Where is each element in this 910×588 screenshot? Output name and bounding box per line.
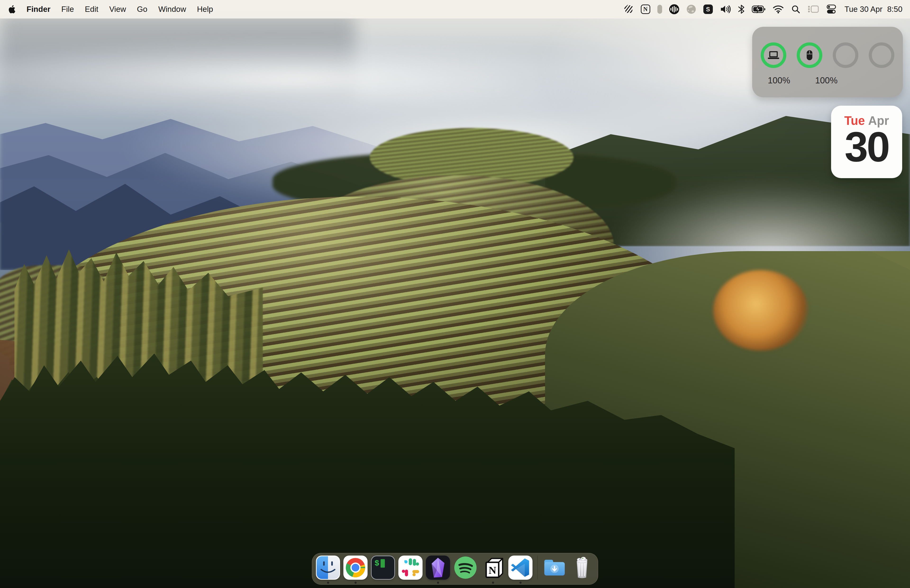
menu-item-window[interactable]: Window [158,5,186,14]
running-indicator [492,582,494,584]
menu-item-help[interactable]: Help [197,5,213,14]
running-indicator [437,582,439,584]
spotlight-icon[interactable] [791,4,800,15]
laptop-battery-ring [761,42,786,68]
audio-waveform-icon[interactable] [669,4,679,14]
dock-chrome[interactable] [343,556,368,580]
menu-item-edit[interactable]: Edit [85,5,99,14]
chrome-icon [343,556,368,580]
dock-notion[interactable]: N [481,556,505,580]
spotify-icon [453,556,477,580]
svg-text:N: N [489,564,496,576]
menu-bar-clock[interactable]: Tue 30 Apr 8:50 [845,5,902,14]
calendar-widget[interactable]: Tue Apr 30 [831,106,902,178]
dock-obsidian[interactable] [426,556,450,580]
apple-menu-icon[interactable] [8,5,16,14]
dock-vscode[interactable] [508,556,532,580]
stage-manager-icon[interactable] [808,4,819,15]
dock-separator [537,556,538,580]
notion-icon: N [481,556,505,580]
striped-app-icon[interactable] [624,4,634,15]
active-app-menu[interactable]: Finder [27,5,50,14]
dock-slack[interactable] [398,556,422,580]
vscode-icon [508,556,532,580]
obsidian-icon [426,556,450,580]
battery-widget[interactable]: 100% 100% [752,27,903,97]
battery-charging-icon[interactable] [752,4,765,15]
empty-battery-ring [869,42,894,68]
volume-icon[interactable] [720,4,731,15]
finder-icon [316,556,340,580]
s-app-icon[interactable]: S [703,5,713,14]
dock-finder[interactable] [316,556,340,580]
globe-icon[interactable] [686,4,696,15]
running-indicator [327,582,329,584]
slack-icon [398,556,422,580]
menu-bar-status-area: N S Tue 30 Apr 8:50 [624,4,902,15]
trash-full-icon [570,556,594,580]
menu-item-file[interactable]: File [61,5,74,14]
downloads-folder-icon [542,556,567,580]
mouse-icon [806,50,813,61]
laptop-battery-level: 100% [766,76,792,86]
mouse-battery-level: 100% [813,76,839,86]
notion-menubar-icon[interactable]: N [641,5,650,14]
dock: $ [312,553,598,585]
control-center-icon[interactable] [826,4,837,15]
mouse-battery-ring [797,42,822,68]
menu-bar: Finder File Edit View Go Window Help N S [0,0,910,18]
menu-item-view[interactable]: View [109,5,126,14]
menu-bar-left: Finder File Edit View Go Window Help [8,5,213,14]
menu-item-go[interactable]: Go [137,5,147,14]
battery-labels: 100% 100% [752,76,903,86]
dock-terminal[interactable]: $ [371,556,395,580]
battery-rings [752,42,903,68]
mouse-battery-icon[interactable] [657,4,662,15]
laptop-icon [767,50,780,60]
running-indicator [354,582,357,584]
wifi-icon[interactable] [773,4,784,15]
dock-trash[interactable] [570,556,594,580]
wallpaper-autumn-tree [713,270,808,351]
running-indicator [519,582,522,584]
dock-downloads[interactable] [542,556,567,580]
clock-time: 8:50 [887,5,902,14]
clock-date: Tue 30 Apr [845,5,883,14]
bluetooth-icon[interactable] [738,4,745,15]
calendar-day: 30 [845,126,889,168]
terminal-icon: $ [375,559,385,568]
dock-spotify[interactable] [453,556,477,580]
empty-battery-ring [833,42,858,68]
